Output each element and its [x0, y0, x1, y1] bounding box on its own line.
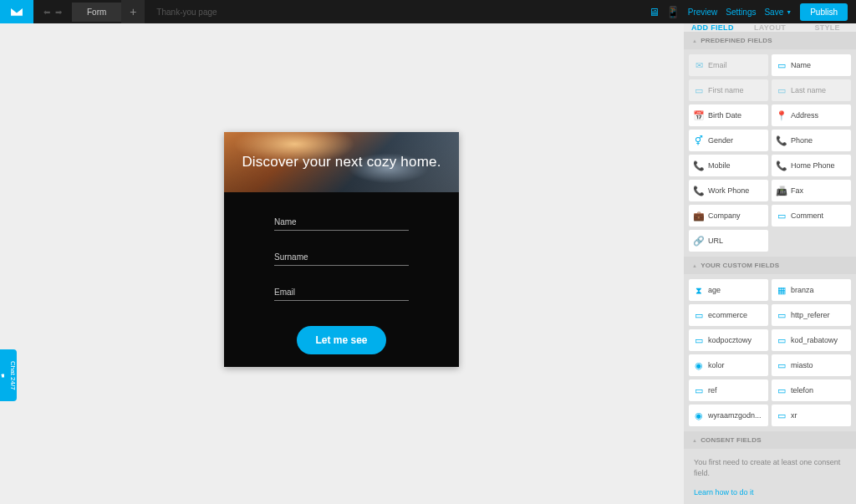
- box-icon: ▭: [777, 360, 787, 370]
- grid-icon: ▦: [777, 285, 787, 295]
- section-custom[interactable]: YOUR CUSTOM FIELDS: [684, 257, 856, 274]
- hourglass-icon: ⧗: [694, 285, 704, 295]
- settings-link[interactable]: Settings: [726, 8, 756, 17]
- field-miasto[interactable]: ▭miasto: [772, 354, 851, 376]
- section-predefined[interactable]: PREDEFINED FIELDS: [684, 32, 856, 49]
- field-fax[interactable]: 📠Fax: [772, 180, 851, 201]
- logo[interactable]: [0, 0, 33, 23]
- field-xr[interactable]: ▭xr: [772, 405, 851, 426]
- name-input[interactable]: [274, 214, 409, 231]
- field-home-phone[interactable]: 📞Home Phone: [772, 155, 851, 176]
- field-gender[interactable]: ⚥Gender: [689, 130, 768, 151]
- field-birth-date[interactable]: 📅Birth Date: [689, 104, 768, 126]
- chat-icon: [0, 373, 8, 378]
- consent-link[interactable]: Learn how to do it: [684, 486, 856, 504]
- field-kod-rabatowy[interactable]: ▭kod_rabatowy: [772, 329, 851, 351]
- box-icon: ▭: [694, 335, 704, 345]
- tab-layout[interactable]: LAYOUT: [741, 23, 799, 32]
- field-ref[interactable]: ▭ref: [689, 379, 768, 401]
- sidebar: ADD FIELD LAYOUT STYLE PREDEFINED FIELDS…: [684, 23, 856, 504]
- field-ecommerce[interactable]: ▭ecommerce: [689, 304, 768, 326]
- box-icon: ▭: [777, 410, 787, 420]
- tab-form[interactable]: Form: [72, 3, 121, 22]
- field-label: wyraamzgodn...: [708, 411, 762, 420]
- field-http-referer[interactable]: ▭http_referer: [772, 304, 851, 326]
- field-url[interactable]: 🔗URL: [689, 230, 768, 252]
- forward-arrow-icon[interactable]: ➡: [55, 8, 62, 17]
- preview-link[interactable]: Preview: [688, 8, 718, 17]
- fax-icon: 📠: [777, 186, 787, 196]
- chat-label: Chat 24/7: [9, 361, 17, 390]
- box-icon: ▭: [694, 310, 704, 320]
- field-comment[interactable]: ▭Comment: [772, 205, 851, 227]
- field-company[interactable]: 💼Company: [689, 205, 768, 227]
- field-label: Comment: [791, 211, 823, 220]
- envelope-icon: [9, 6, 24, 18]
- field-kodpocztowy[interactable]: ▭kodpocztowy: [689, 329, 768, 351]
- save-dropdown[interactable]: Save ▼: [764, 8, 792, 17]
- consent-text: You first need to create at least one co…: [684, 449, 856, 486]
- field-label: Address: [791, 111, 818, 120]
- chat-tab[interactable]: Chat 24/7: [0, 349, 17, 401]
- publish-button[interactable]: Publish: [800, 3, 848, 21]
- box-icon: ▭: [777, 211, 787, 221]
- gender-icon: ⚥: [694, 135, 704, 145]
- field-label: Company: [708, 211, 741, 220]
- calendar-icon: 📅: [694, 110, 704, 120]
- field-work-phone[interactable]: 📞Work Phone: [689, 180, 768, 201]
- tab-add-field[interactable]: ADD FIELD: [684, 23, 741, 32]
- field-age[interactable]: ⧗age: [689, 279, 768, 301]
- top-bar: ⬅ ➡ Form + Thank-you page 🖥 📱 Preview Se…: [0, 0, 856, 23]
- field-label: http_referer: [791, 311, 830, 319]
- box-icon: ▭: [777, 85, 787, 95]
- field-label: kodpocztowy: [708, 336, 752, 344]
- box-icon: ▭: [777, 385, 787, 395]
- field-first-name: ▭First name: [689, 79, 768, 101]
- field-branza[interactable]: ▦branza: [772, 279, 851, 301]
- section-consent[interactable]: CONSENT FIELDS: [684, 431, 856, 449]
- field-label: ecommerce: [708, 311, 747, 319]
- link-icon: 🔗: [694, 236, 704, 246]
- radio-icon: ◉: [694, 360, 704, 370]
- mobile-icon[interactable]: 📱: [666, 6, 680, 18]
- field-mobile[interactable]: 📞Mobile: [689, 155, 768, 176]
- field-label: URL: [708, 237, 723, 245]
- submit-button[interactable]: Let me see: [297, 326, 385, 354]
- field-label: Email: [708, 61, 727, 69]
- field-kolor[interactable]: ◉kolor: [689, 354, 768, 376]
- add-tab-button[interactable]: +: [121, 0, 145, 23]
- chevron-down-icon: ▼: [786, 9, 792, 15]
- field-telefon[interactable]: ▭telefon: [772, 379, 851, 401]
- phone-icon: 📞: [777, 135, 787, 145]
- field-label: miasto: [791, 361, 813, 369]
- field-label: ref: [708, 386, 717, 395]
- field-label: Home Phone: [791, 161, 835, 170]
- field-name[interactable]: ▭Name: [772, 54, 851, 76]
- field-wyraamzgodn-[interactable]: ◉wyraamzgodn...: [689, 405, 768, 426]
- box-icon: ▭: [694, 385, 704, 395]
- field-label: Fax: [791, 186, 803, 195]
- history-arrows: ⬅ ➡: [33, 8, 72, 17]
- field-address[interactable]: 📍Address: [772, 104, 851, 126]
- form-preview[interactable]: Discover your next cozy home. Let me see: [224, 132, 459, 367]
- field-label: kod_rabatowy: [791, 336, 838, 344]
- field-label: branza: [791, 286, 814, 294]
- tab-thank-you[interactable]: Thank-you page: [145, 3, 228, 22]
- box-icon: ▭: [777, 60, 787, 70]
- field-label: kolor: [708, 361, 725, 369]
- briefcase-icon: 💼: [694, 211, 704, 221]
- field-label: xr: [791, 411, 797, 420]
- surname-input[interactable]: [274, 249, 409, 266]
- back-arrow-icon[interactable]: ⬅: [43, 8, 50, 17]
- form-hero: Discover your next cozy home.: [224, 132, 459, 192]
- field-email: ✉Email: [689, 54, 768, 76]
- canvas[interactable]: Discover your next cozy home. Let me see…: [0, 23, 684, 504]
- email-input[interactable]: [274, 284, 409, 301]
- field-label: Last name: [791, 86, 826, 94]
- desktop-icon[interactable]: 🖥: [649, 6, 660, 18]
- field-label: age: [708, 286, 721, 294]
- field-phone[interactable]: 📞Phone: [772, 130, 851, 151]
- pin-icon: 📍: [777, 110, 787, 120]
- tab-style[interactable]: STYLE: [798, 23, 856, 32]
- mail-icon: ✉: [694, 60, 704, 70]
